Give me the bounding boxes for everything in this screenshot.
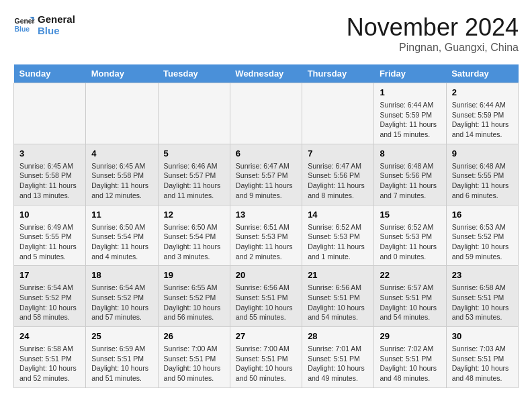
day-info: Sunrise: 6:54 AM Sunset: 5:52 PM Dayligh… <box>19 283 80 322</box>
day-number: 8 <box>380 148 440 158</box>
day-number: 3 <box>19 148 80 158</box>
day-number: 24 <box>19 331 80 341</box>
calendar-cell: 19Sunrise: 6:55 AM Sunset: 5:52 PM Dayli… <box>158 266 230 327</box>
weekday-header-wednesday: Wednesday <box>230 64 302 83</box>
svg-text:General: General <box>15 17 35 25</box>
calendar-cell: 5Sunrise: 6:46 AM Sunset: 5:57 PM Daylig… <box>158 144 230 205</box>
day-number: 29 <box>380 331 440 341</box>
day-info: Sunrise: 6:58 AM Sunset: 5:51 PM Dayligh… <box>19 344 80 383</box>
calendar-cell: 14Sunrise: 6:52 AM Sunset: 5:53 PM Dayli… <box>302 205 374 266</box>
calendar-cell: 22Sunrise: 6:57 AM Sunset: 5:51 PM Dayli… <box>374 266 446 327</box>
day-info: Sunrise: 6:46 AM Sunset: 5:57 PM Dayligh… <box>164 161 224 201</box>
calendar-cell: 1Sunrise: 6:44 AM Sunset: 5:59 PM Daylig… <box>374 83 446 144</box>
day-info: Sunrise: 6:44 AM Sunset: 5:59 PM Dayligh… <box>380 100 440 140</box>
logo-line1: General <box>38 13 75 25</box>
day-number: 12 <box>164 210 224 220</box>
calendar-cell: 27Sunrise: 7:00 AM Sunset: 5:51 PM Dayli… <box>230 327 302 388</box>
calendar-cell: 20Sunrise: 6:56 AM Sunset: 5:51 PM Dayli… <box>230 266 302 327</box>
day-info: Sunrise: 6:52 AM Sunset: 5:53 PM Dayligh… <box>308 222 368 262</box>
day-number: 23 <box>452 270 513 280</box>
weekday-header-saturday: Saturday <box>446 64 518 83</box>
calendar-cell <box>158 83 230 144</box>
day-info: Sunrise: 6:56 AM Sunset: 5:51 PM Dayligh… <box>236 283 296 322</box>
day-number: 19 <box>164 270 224 280</box>
calendar-cell: 4Sunrise: 6:45 AM Sunset: 5:58 PM Daylig… <box>86 144 158 205</box>
day-number: 4 <box>91 148 152 158</box>
weekday-header-tuesday: Tuesday <box>158 64 230 83</box>
day-info: Sunrise: 6:52 AM Sunset: 5:53 PM Dayligh… <box>380 222 440 262</box>
day-number: 22 <box>380 270 440 280</box>
day-number: 11 <box>91 210 152 220</box>
calendar-cell: 24Sunrise: 6:58 AM Sunset: 5:51 PM Dayli… <box>14 327 86 388</box>
day-info: Sunrise: 6:44 AM Sunset: 5:59 PM Dayligh… <box>452 100 513 140</box>
day-number: 28 <box>308 331 368 341</box>
calendar-table: SundayMondayTuesdayWednesdayThursdayFrid… <box>13 64 519 388</box>
logo-icon: General Blue <box>13 14 35 36</box>
day-number: 27 <box>236 331 296 341</box>
calendar-cell: 21Sunrise: 6:56 AM Sunset: 5:51 PM Dayli… <box>302 266 374 327</box>
calendar-cell <box>14 83 86 144</box>
day-info: Sunrise: 6:57 AM Sunset: 5:51 PM Dayligh… <box>380 283 440 322</box>
day-number: 9 <box>452 148 513 158</box>
day-number: 15 <box>380 210 440 220</box>
calendar-cell <box>86 83 158 144</box>
svg-text:Blue: Blue <box>15 26 30 33</box>
weekday-header-monday: Monday <box>86 64 158 83</box>
day-number: 18 <box>91 270 152 280</box>
day-info: Sunrise: 6:47 AM Sunset: 5:56 PM Dayligh… <box>308 161 368 201</box>
day-number: 17 <box>19 270 80 280</box>
calendar-cell: 16Sunrise: 6:53 AM Sunset: 5:52 PM Dayli… <box>446 205 518 266</box>
calendar-week-row: 24Sunrise: 6:58 AM Sunset: 5:51 PM Dayli… <box>14 327 519 388</box>
calendar-cell: 17Sunrise: 6:54 AM Sunset: 5:52 PM Dayli… <box>14 266 86 327</box>
calendar-cell: 9Sunrise: 6:48 AM Sunset: 5:55 PM Daylig… <box>446 144 518 205</box>
calendar-cell: 29Sunrise: 7:02 AM Sunset: 5:51 PM Dayli… <box>374 327 446 388</box>
day-number: 13 <box>236 210 296 220</box>
day-info: Sunrise: 6:45 AM Sunset: 5:58 PM Dayligh… <box>19 161 80 201</box>
calendar-week-row: 1Sunrise: 6:44 AM Sunset: 5:59 PM Daylig… <box>14 83 519 144</box>
calendar-cell: 28Sunrise: 7:01 AM Sunset: 5:51 PM Dayli… <box>302 327 374 388</box>
day-number: 25 <box>91 331 152 341</box>
weekday-header-thursday: Thursday <box>302 64 374 83</box>
day-info: Sunrise: 6:48 AM Sunset: 5:56 PM Dayligh… <box>380 161 440 201</box>
calendar-cell <box>302 83 374 144</box>
calendar-cell: 13Sunrise: 6:51 AM Sunset: 5:53 PM Dayli… <box>230 205 302 266</box>
day-info: Sunrise: 6:51 AM Sunset: 5:53 PM Dayligh… <box>236 222 296 262</box>
calendar-cell <box>230 83 302 144</box>
day-number: 26 <box>164 331 224 341</box>
calendar-cell: 6Sunrise: 6:47 AM Sunset: 5:57 PM Daylig… <box>230 144 302 205</box>
day-info: Sunrise: 6:53 AM Sunset: 5:52 PM Dayligh… <box>452 222 513 262</box>
calendar-cell: 15Sunrise: 6:52 AM Sunset: 5:53 PM Dayli… <box>374 205 446 266</box>
day-info: Sunrise: 6:58 AM Sunset: 5:51 PM Dayligh… <box>452 283 513 322</box>
day-number: 30 <box>452 331 513 341</box>
title-block: November 2024 Pingnan, Guangxi, China <box>347 13 519 54</box>
day-info: Sunrise: 6:50 AM Sunset: 5:54 PM Dayligh… <box>91 222 152 262</box>
day-info: Sunrise: 6:55 AM Sunset: 5:52 PM Dayligh… <box>164 283 224 322</box>
calendar-week-row: 10Sunrise: 6:49 AM Sunset: 5:55 PM Dayli… <box>14 205 519 266</box>
calendar-cell: 3Sunrise: 6:45 AM Sunset: 5:58 PM Daylig… <box>14 144 86 205</box>
calendar-week-row: 17Sunrise: 6:54 AM Sunset: 5:52 PM Dayli… <box>14 266 519 327</box>
calendar-cell: 2Sunrise: 6:44 AM Sunset: 5:59 PM Daylig… <box>446 83 518 144</box>
day-info: Sunrise: 7:02 AM Sunset: 5:51 PM Dayligh… <box>380 344 440 383</box>
calendar-cell: 12Sunrise: 6:50 AM Sunset: 5:54 PM Dayli… <box>158 205 230 266</box>
calendar-cell: 26Sunrise: 7:00 AM Sunset: 5:51 PM Dayli… <box>158 327 230 388</box>
day-number: 14 <box>308 210 368 220</box>
calendar-cell: 11Sunrise: 6:50 AM Sunset: 5:54 PM Dayli… <box>86 205 158 266</box>
day-info: Sunrise: 7:00 AM Sunset: 5:51 PM Dayligh… <box>164 344 224 383</box>
day-number: 6 <box>236 148 296 158</box>
calendar-week-row: 3Sunrise: 6:45 AM Sunset: 5:58 PM Daylig… <box>14 144 519 205</box>
day-info: Sunrise: 6:54 AM Sunset: 5:52 PM Dayligh… <box>91 283 152 322</box>
calendar-cell: 7Sunrise: 6:47 AM Sunset: 5:56 PM Daylig… <box>302 144 374 205</box>
day-info: Sunrise: 6:48 AM Sunset: 5:55 PM Dayligh… <box>452 161 513 201</box>
day-number: 7 <box>308 148 368 158</box>
day-info: Sunrise: 7:00 AM Sunset: 5:51 PM Dayligh… <box>236 344 296 383</box>
day-info: Sunrise: 6:59 AM Sunset: 5:51 PM Dayligh… <box>91 344 152 383</box>
day-info: Sunrise: 6:49 AM Sunset: 5:55 PM Dayligh… <box>19 222 80 262</box>
location-subtitle: Pingnan, Guangxi, China <box>347 42 519 54</box>
calendar-header-row: SundayMondayTuesdayWednesdayThursdayFrid… <box>14 64 519 83</box>
month-title: November 2024 <box>347 13 519 42</box>
calendar-cell: 10Sunrise: 6:49 AM Sunset: 5:55 PM Dayli… <box>14 205 86 266</box>
weekday-header-friday: Friday <box>374 64 446 83</box>
day-number: 2 <box>452 87 513 97</box>
day-number: 5 <box>164 148 224 158</box>
weekday-header-sunday: Sunday <box>14 64 86 83</box>
